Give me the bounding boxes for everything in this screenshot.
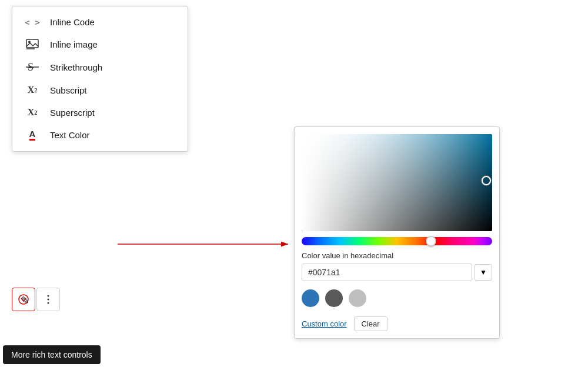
superscript-icon: X2: [24, 107, 41, 118]
menu-label-inline-code: Inline Code: [50, 17, 95, 27]
svg-rect-0: [26, 39, 38, 48]
more-options-icon: [47, 295, 49, 304]
menu-label-inline-image: Inline image: [50, 39, 98, 49]
menu-item-strikethrough[interactable]: S Strikethrough: [12, 55, 188, 79]
toolbar-bottom: [12, 288, 60, 311]
swatch-2[interactable]: [325, 289, 343, 307]
menu-label-text-color: Text Color: [50, 130, 90, 140]
clear-button[interactable]: Clear: [354, 316, 387, 331]
menu-item-text-color[interactable]: A Text Color: [12, 124, 188, 146]
hex-input[interactable]: [302, 264, 472, 281]
svg-point-9: [48, 299, 49, 301]
svg-point-8: [48, 295, 49, 297]
subscript-icon: X2: [24, 85, 41, 95]
hex-dropdown-button[interactable]: ▼: [475, 264, 492, 281]
hex-input-row: ▼: [302, 264, 492, 281]
swatch-1[interactable]: [302, 289, 319, 307]
hue-slider[interactable]: [302, 237, 492, 245]
text-color-icon: A: [24, 129, 41, 141]
hue-slider-container: [302, 237, 492, 245]
hex-label: Color value in hexadecimal: [302, 251, 492, 260]
toolbar-more-button[interactable]: [36, 288, 60, 311]
color-gradient-box[interactable]: [302, 134, 492, 231]
svg-point-7: [19, 295, 28, 304]
hue-slider-thumb: [426, 236, 436, 246]
inline-code-icon: < >: [24, 18, 41, 27]
menu-label-subscript: Subscript: [50, 85, 87, 95]
menu-item-inline-code[interactable]: < > Inline Code: [12, 11, 188, 33]
color-picker-panel: Color value in hexadecimal ▼ Custom colo…: [294, 126, 500, 339]
toolbar-expand-button[interactable]: [12, 288, 35, 311]
chevron-down-icon: [18, 294, 29, 305]
swatch-3[interactable]: [349, 289, 366, 307]
strikethrough-icon: S: [24, 61, 41, 73]
actions-row: Custom color Clear: [302, 313, 492, 331]
hex-section: Color value in hexadecimal ▼: [302, 251, 492, 281]
menu-item-superscript[interactable]: X2 Superscript: [12, 101, 188, 124]
menu-label-superscript: Superscript: [50, 108, 95, 118]
menu-label-strikethrough: Strikethrough: [50, 62, 102, 72]
custom-color-link[interactable]: Custom color: [302, 319, 347, 328]
picker-cursor: [482, 176, 491, 185]
inline-image-icon: [24, 39, 41, 49]
tooltip-more-rich-text: More rich text controls: [3, 345, 101, 364]
swatches-row: [302, 289, 492, 307]
menu-item-inline-image[interactable]: Inline image: [12, 33, 188, 55]
swatches-actions-section: Custom color Clear: [302, 289, 492, 331]
menu-panel: < > Inline Code Inline image S Strikethr…: [12, 6, 188, 152]
menu-item-subscript[interactable]: X2 Subscript: [12, 79, 188, 101]
svg-point-10: [48, 302, 49, 304]
